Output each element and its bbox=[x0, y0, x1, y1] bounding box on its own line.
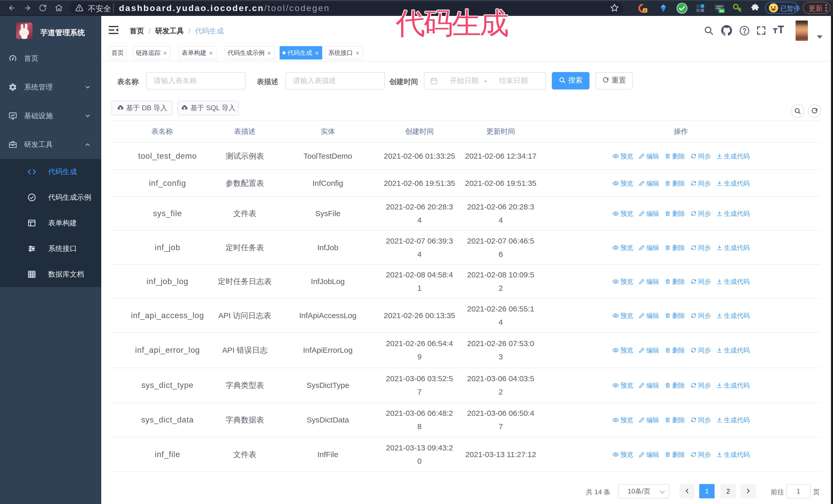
svg-text:1: 1 bbox=[644, 9, 646, 13]
svg-text:on: on bbox=[720, 9, 723, 13]
